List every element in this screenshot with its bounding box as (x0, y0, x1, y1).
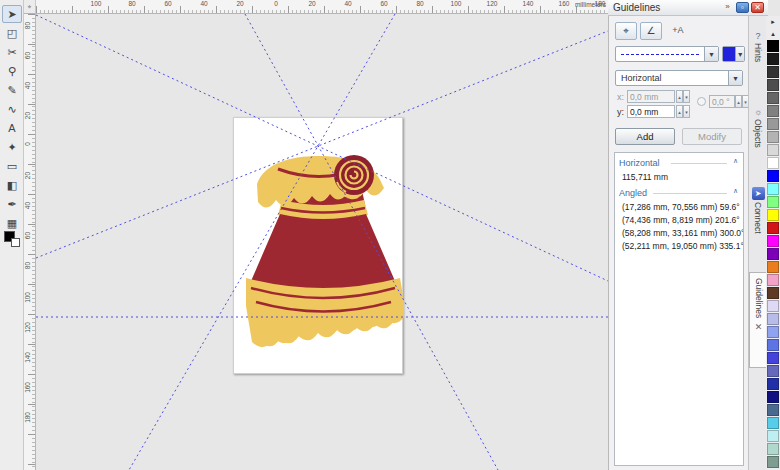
docker-title: Guidelines (613, 2, 660, 13)
chevron-down-icon[interactable]: ▼ (735, 47, 744, 61)
color-swatch[interactable] (767, 417, 779, 429)
zoom-tool[interactable]: ⚲ (2, 62, 22, 80)
color-swatch[interactable] (767, 430, 779, 442)
x-input[interactable]: 0,0 mm (627, 90, 675, 103)
ruler-origin-corner[interactable]: ⌖ (24, 0, 36, 14)
freehand-tool[interactable]: ✎ (2, 81, 22, 99)
guideline-type-value: Horizontal (621, 73, 662, 83)
crop-tool[interactable]: ✂ (2, 43, 22, 61)
color-swatch[interactable] (767, 66, 779, 78)
outline-color-swatch[interactable] (11, 238, 20, 247)
shape-tool[interactable]: ◰ (2, 24, 22, 42)
line-style-dropdown[interactable]: ▼ (615, 46, 719, 62)
fill-tool[interactable]: ◧ (2, 176, 22, 194)
color-swatch[interactable] (767, 287, 779, 299)
collapse-icon[interactable]: ∧ (733, 157, 738, 165)
color-swatch[interactable] (767, 248, 779, 260)
palette-flyout-arrow[interactable]: ▸ (766, 16, 780, 28)
color-swatch[interactable] (767, 404, 779, 416)
color-swatch[interactable] (767, 40, 779, 52)
ruler-tick-label: 20 (236, 0, 243, 7)
pick-tool[interactable]: ➤ (2, 5, 22, 23)
angled-section-header[interactable]: Angled ∧ (619, 188, 739, 198)
tab-connect[interactable]: ➤ Connect (749, 184, 767, 266)
color-swatch[interactable] (767, 131, 779, 143)
add-button[interactable]: Add (615, 128, 675, 145)
add-preset-button[interactable]: +A (667, 22, 689, 40)
guideline-list-item[interactable]: 115,711 mm (615, 170, 743, 183)
color-swatch[interactable] (767, 365, 779, 377)
color-swatch[interactable] (767, 209, 779, 221)
color-swatch[interactable] (767, 352, 779, 364)
color-swatch[interactable] (767, 274, 779, 286)
color-swatch[interactable] (767, 313, 779, 325)
rectangle-tool[interactable]: ▭ (2, 157, 22, 175)
tab-guidelines[interactable]: Guidelines ✕ (749, 272, 767, 368)
tab-hints[interactable]: ? Hints (749, 28, 767, 98)
artistic-media-tool[interactable]: ∿ (2, 100, 22, 118)
color-swatch[interactable] (767, 235, 779, 247)
modify-button[interactable]: Modify (682, 128, 742, 145)
color-swatch[interactable] (767, 196, 779, 208)
docker-chevron-icon[interactable]: » (721, 2, 734, 13)
chevron-down-icon[interactable]: ▼ (704, 47, 718, 61)
guideline-angled-tool-button[interactable]: ∠ (640, 22, 662, 40)
color-swatch[interactable] (767, 443, 779, 455)
fill-outline-color-indicator[interactable] (4, 231, 20, 247)
guideline-type-dropdown[interactable]: Horizontal ▼ (615, 70, 743, 86)
docker-float-button[interactable]: ▫ (736, 2, 749, 13)
docker-close-button[interactable]: ✕ (751, 2, 764, 13)
ruler-tick-label: 60 (24, 232, 31, 239)
close-icon[interactable]: ✕ (755, 322, 763, 332)
vertical-ruler[interactable]: 80604020020406080100120140160180 (24, 14, 36, 470)
color-swatch[interactable] (767, 79, 779, 91)
drawing-canvas[interactable] (36, 14, 608, 470)
color-swatch[interactable] (767, 157, 779, 169)
ruler-tick-label: 160 (24, 382, 31, 393)
color-swatch[interactable] (767, 222, 779, 234)
color-swatch[interactable] (767, 53, 779, 65)
ruler-tick-label: 40 (24, 202, 31, 209)
chevron-down-icon[interactable]: ▼ (728, 71, 742, 85)
horizontal-ruler[interactable]: millimeters 1008060402002040608010012014… (36, 0, 608, 14)
collapse-icon[interactable]: ∧ (733, 187, 738, 195)
color-swatch[interactable] (767, 118, 779, 130)
color-swatch[interactable] (767, 378, 779, 390)
horizontal-section-header[interactable]: Horizontal ∧ (619, 158, 739, 168)
y-spinner[interactable]: ▴▾ (676, 105, 690, 118)
y-input[interactable]: 0,0 mm (627, 105, 675, 118)
guideline-list-item[interactable]: (17,286 mm, 70,556 mm) 59.6° (615, 200, 743, 213)
guideline-select-tool-button[interactable]: ⌖ (615, 22, 637, 40)
color-swatch[interactable] (767, 183, 779, 195)
x-spinner[interactable]: ▴▾ (676, 90, 690, 103)
ruler-tick-label: 80 (24, 22, 31, 29)
color-swatch[interactable] (767, 92, 779, 104)
line-color-dropdown[interactable]: ▼ (722, 46, 745, 62)
color-swatch[interactable] (767, 261, 779, 273)
palette-scroll-up-icon[interactable]: ▴ (766, 28, 780, 40)
guideline-list-item[interactable]: (74,436 mm, 8,819 mm) 201.6° (615, 213, 743, 226)
color-swatch[interactable] (767, 326, 779, 338)
tab-objects[interactable]: ☼ Objects (749, 104, 767, 180)
angle-dial-icon[interactable] (697, 97, 706, 106)
toolbox: ➤◰✂⚲✎∿A✦▭◧✒▦ (0, 0, 24, 470)
color-swatch[interactable] (767, 300, 779, 312)
text-tool[interactable]: A (2, 119, 22, 137)
color-swatch[interactable] (767, 456, 779, 468)
color-swatch[interactable] (767, 391, 779, 403)
docker-tab-strip: ? Hints ☼ Objects ➤ Connect Guidelines ✕ (748, 16, 766, 470)
guideline-list-item[interactable]: (58,208 mm, 33,161 mm) 300.0° (615, 226, 743, 239)
eyedropper-tool[interactable]: ✦ (2, 138, 22, 156)
color-swatch[interactable] (767, 170, 779, 182)
color-swatch[interactable] (767, 339, 779, 351)
ruler-tick-label: 100 (451, 0, 462, 7)
angle-input[interactable]: 0,0 ° (709, 95, 735, 108)
guideline-list-item[interactable]: (52,211 mm, 19,050 mm) 335.1° (615, 239, 743, 252)
dress-illustration[interactable] (234, 118, 404, 375)
angle-spinner[interactable]: ▴▾ (735, 95, 749, 108)
outline-pen-tool[interactable]: ✒ (2, 195, 22, 213)
color-swatch[interactable] (767, 144, 779, 156)
hints-icon: ? (755, 31, 760, 41)
color-swatch[interactable] (767, 105, 779, 117)
table-tool[interactable]: ▦ (2, 214, 22, 232)
